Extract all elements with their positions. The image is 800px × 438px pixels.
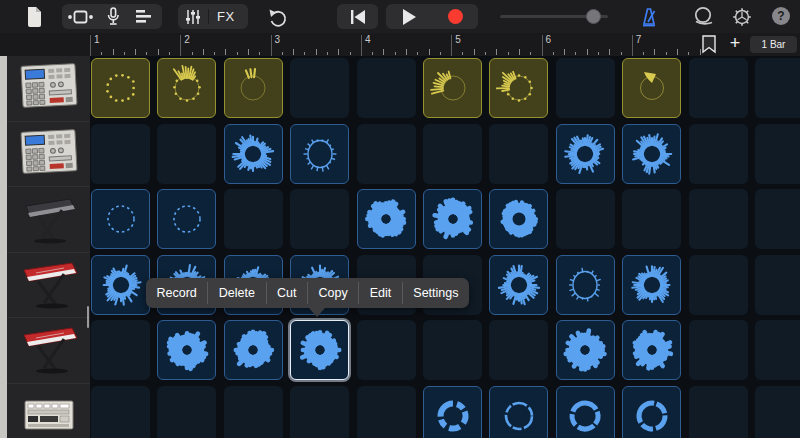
track-header-1-drum-machine[interactable] bbox=[7, 58, 90, 118]
grid-cell-empty-r6c1[interactable] bbox=[91, 386, 150, 438]
grid-cell-empty-r5c1[interactable] bbox=[91, 320, 150, 380]
menu-item-cut[interactable]: Cut bbox=[267, 278, 307, 308]
loop-cell-r3c2[interactable] bbox=[157, 189, 216, 249]
loop-cell-r4c9[interactable] bbox=[622, 255, 681, 315]
loop-cell-r3c6[interactable] bbox=[423, 189, 482, 249]
loop-cell-r5c9[interactable] bbox=[622, 320, 681, 380]
loop-cell-r3c7[interactable] bbox=[489, 189, 548, 249]
grid-cell-empty-r6c3[interactable] bbox=[224, 386, 283, 438]
menu-item-settings[interactable]: Settings bbox=[403, 278, 469, 308]
grid-cell-empty-r2c10[interactable] bbox=[689, 124, 748, 184]
ruler-tick bbox=[214, 52, 215, 56]
track-header-3-keyboard-black[interactable] bbox=[7, 189, 90, 249]
track-header-6-sampler[interactable] bbox=[7, 386, 90, 438]
grid-cell-empty-r2c11[interactable] bbox=[755, 124, 800, 184]
grid-cell-empty-r6c2[interactable] bbox=[157, 386, 216, 438]
loop-cell-r5c2[interactable] bbox=[157, 320, 216, 380]
grid-cell-empty-r6c5[interactable] bbox=[357, 386, 416, 438]
add-section-button[interactable]: + bbox=[725, 32, 745, 54]
grid-cell-empty-r5c6[interactable] bbox=[423, 320, 482, 380]
ruler-tick bbox=[158, 49, 159, 55]
track-header-4-keyboard-red[interactable] bbox=[7, 255, 90, 315]
loop-cell-r2c8[interactable] bbox=[556, 124, 615, 184]
grid-cell-empty-r6c11[interactable] bbox=[755, 386, 800, 438]
loop-cell-r6c8[interactable] bbox=[556, 386, 615, 438]
section-length-button[interactable]: 1 Bar bbox=[750, 36, 797, 53]
loop-cell-r2c3[interactable] bbox=[224, 124, 283, 184]
live-loops-grid-icon[interactable] bbox=[62, 4, 98, 29]
loop-waveform-icon bbox=[629, 131, 675, 177]
loop-cell-r1c1[interactable] bbox=[91, 58, 150, 118]
settings-button[interactable] bbox=[727, 4, 757, 29]
loop-cell-r5c4-selected[interactable] bbox=[290, 320, 349, 380]
menu-item-delete[interactable]: Delete bbox=[208, 278, 265, 308]
loop-cell-r6c9[interactable] bbox=[622, 386, 681, 438]
timeline-ruler[interactable]: 1234567 bbox=[0, 33, 800, 56]
loop-cell-r1c7[interactable] bbox=[489, 58, 548, 118]
grid-cell-empty-r3c8[interactable] bbox=[556, 189, 615, 249]
grid-cell-empty-r4c11[interactable] bbox=[755, 255, 800, 315]
toolbar: FX bbox=[0, 0, 800, 33]
track-header-2-drum-machine[interactable] bbox=[7, 124, 90, 184]
help-button[interactable]: ? bbox=[772, 7, 790, 25]
grid-cell-empty-r3c11[interactable] bbox=[755, 189, 800, 249]
grid-cell-empty-r2c1[interactable] bbox=[91, 124, 150, 184]
record-button[interactable] bbox=[440, 4, 470, 29]
grid-cell-empty-r3c4[interactable] bbox=[290, 189, 349, 249]
file-icon[interactable] bbox=[18, 4, 48, 29]
grid-cell-empty-r1c5[interactable] bbox=[357, 58, 416, 118]
loop-cell-r5c8[interactable] bbox=[556, 320, 615, 380]
grid-cell-empty-r2c7[interactable] bbox=[489, 124, 548, 184]
cell-context-menu: RecordDeleteCutCopyEditSettings bbox=[146, 278, 469, 308]
track-header-5-keyboard-red[interactable] bbox=[7, 320, 90, 380]
volume-slider-knob[interactable] bbox=[586, 9, 601, 24]
loop-cell-r3c5[interactable] bbox=[357, 189, 416, 249]
loop-cell-r6c7[interactable] bbox=[489, 386, 548, 438]
loop-browser-button[interactable] bbox=[688, 4, 718, 29]
mixer-levels-icon[interactable] bbox=[178, 4, 208, 29]
loop-cell-r4c8[interactable] bbox=[556, 255, 615, 315]
grid-cell-empty-r2c6[interactable] bbox=[423, 124, 482, 184]
loop-cell-r3c1[interactable] bbox=[91, 189, 150, 249]
ruler-tick bbox=[598, 52, 599, 56]
bar-line bbox=[271, 35, 272, 56]
grid-cell-empty-r5c10[interactable] bbox=[689, 320, 748, 380]
grid-cell-empty-r2c5[interactable] bbox=[357, 124, 416, 184]
grid-cell-empty-r5c5[interactable] bbox=[357, 320, 416, 380]
menu-item-copy[interactable]: Copy bbox=[308, 278, 358, 308]
loop-cell-r2c9[interactable] bbox=[622, 124, 681, 184]
loop-cell-r1c6[interactable] bbox=[423, 58, 482, 118]
loop-cell-r4c1[interactable] bbox=[91, 255, 150, 315]
loop-cell-r6c6[interactable] bbox=[423, 386, 482, 438]
loop-cell-r4c7[interactable] bbox=[489, 255, 548, 315]
grid-cell-empty-r1c10[interactable] bbox=[689, 58, 748, 118]
microphone-icon[interactable] bbox=[98, 4, 128, 29]
loop-cell-r1c3[interactable] bbox=[224, 58, 283, 118]
section-flag-icon[interactable] bbox=[701, 35, 718, 58]
grid-cell-empty-r5c11[interactable] bbox=[755, 320, 800, 380]
grid-cell-empty-r2c2[interactable] bbox=[157, 124, 216, 184]
loop-cell-r5c3[interactable] bbox=[224, 320, 283, 380]
fx-button[interactable]: FX bbox=[209, 9, 243, 24]
undo-icon[interactable] bbox=[262, 5, 292, 30]
loop-cell-r1c2[interactable] bbox=[157, 58, 216, 118]
metronome-button[interactable] bbox=[634, 4, 664, 29]
rewind-button[interactable] bbox=[337, 4, 378, 29]
grid-cell-empty-r3c3[interactable] bbox=[224, 189, 283, 249]
loop-cell-r1c9[interactable] bbox=[622, 58, 681, 118]
bar-number: 7 bbox=[636, 34, 642, 45]
menu-item-record[interactable]: Record bbox=[146, 278, 207, 308]
menu-item-edit[interactable]: Edit bbox=[359, 278, 402, 308]
grid-cell-empty-r6c10[interactable] bbox=[689, 386, 748, 438]
tracks-view-icon[interactable] bbox=[128, 4, 158, 29]
loop-cell-r2c4[interactable] bbox=[290, 124, 349, 184]
grid-cell-empty-r3c9[interactable] bbox=[622, 189, 681, 249]
play-button[interactable] bbox=[394, 4, 424, 29]
grid-cell-empty-r1c11[interactable] bbox=[755, 58, 800, 118]
grid-cell-empty-r1c8[interactable] bbox=[556, 58, 615, 118]
grid-cell-empty-r4c10[interactable] bbox=[689, 255, 748, 315]
grid-cell-empty-r6c4[interactable] bbox=[290, 386, 349, 438]
grid-cell-empty-r3c10[interactable] bbox=[689, 189, 748, 249]
grid-cell-empty-r5c7[interactable] bbox=[489, 320, 548, 380]
grid-cell-empty-r1c4[interactable] bbox=[290, 58, 349, 118]
